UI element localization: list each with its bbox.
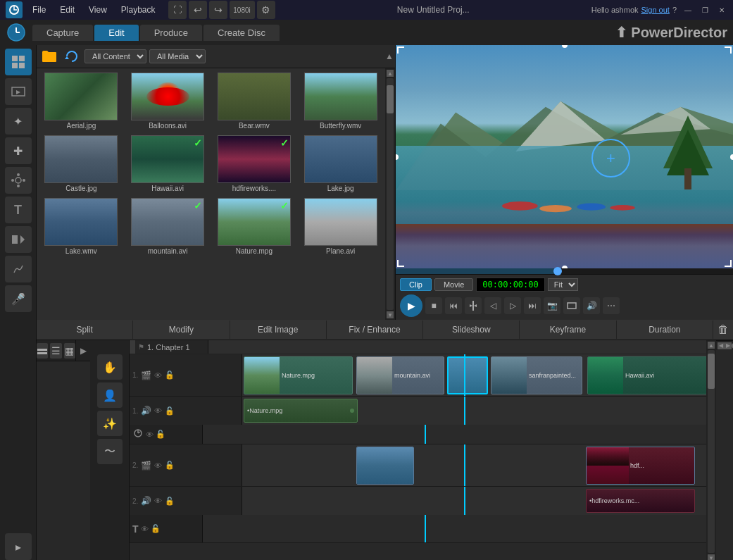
- tab-keyframe[interactable]: Keyframe: [520, 321, 616, 339]
- track-eye-1[interactable]: 👁: [154, 371, 162, 380]
- split-button[interactable]: [465, 297, 482, 314]
- more-button[interactable]: ⋯: [603, 297, 620, 314]
- horizontal-scrollbar[interactable]: ◀ ▶: [716, 340, 733, 350]
- sidebar-pip[interactable]: ✚: [5, 137, 32, 164]
- list-item[interactable]: ✓ Nature.mpg: [213, 197, 296, 256]
- menu-edit[interactable]: Edit: [56, 4, 79, 16]
- clip-hdfireworks[interactable]: hdf...: [586, 447, 695, 485]
- sidebar-effects[interactable]: ✦: [5, 108, 32, 135]
- tab-edit-image[interactable]: Edit Image: [230, 321, 327, 339]
- prev-frame-button[interactable]: ⏮: [445, 297, 462, 314]
- clip-mode-button[interactable]: Clip: [400, 278, 432, 291]
- volume-button[interactable]: 🔊: [583, 297, 600, 314]
- media-scroll-up[interactable]: ▲: [385, 51, 392, 61]
- tab-capture[interactable]: Capture: [32, 25, 93, 41]
- track-eye-audio-2[interactable]: 👁: [154, 497, 162, 505]
- toolbar-icon-2[interactable]: ↩: [189, 1, 207, 19]
- list-item[interactable]: Aerial.jpg: [39, 71, 123, 131]
- toolbar-icon-1[interactable]: ⛶: [168, 1, 187, 19]
- aspect-button[interactable]: [563, 297, 580, 314]
- next-frame-button[interactable]: ⏭: [524, 297, 541, 314]
- refresh-button[interactable]: [62, 48, 82, 65]
- tab-duration[interactable]: Duration: [617, 321, 713, 339]
- audio-tool-button[interactable]: 〜: [97, 439, 123, 464]
- toolbar-icon-3[interactable]: ↪: [209, 1, 227, 19]
- toolbar-settings[interactable]: ⚙: [257, 1, 275, 19]
- preview-playhead[interactable]: [553, 267, 562, 275]
- clip-audio-hdfireworks[interactable]: •hdfireworks.mc...: [586, 489, 695, 513]
- help-btn[interactable]: ?: [672, 6, 677, 14]
- timeline-mode-toggle[interactable]: ☰: [50, 343, 61, 359]
- v-scroll-thumb[interactable]: [708, 354, 715, 389]
- list-item[interactable]: ✓ mountain.avi: [126, 197, 210, 256]
- tab-fix-enhance[interactable]: Fix / Enhance: [327, 321, 423, 339]
- sidebar-voiceover[interactable]: 🎤: [5, 285, 32, 312]
- effect-eye[interactable]: 👁: [146, 430, 154, 439]
- sidebar-slideshow[interactable]: [5, 78, 32, 105]
- sidebar-title[interactable]: T: [5, 197, 32, 223]
- clip-sanfran[interactable]: sanfranpainted...: [491, 356, 582, 394]
- clip-audio-nature[interactable]: •Nature.mpg: [244, 399, 358, 423]
- clip-hawaii-avi[interactable]: Hawaii.avi: [587, 356, 706, 394]
- sidebar-expand[interactable]: ▸: [5, 533, 32, 560]
- track-lock-2[interactable]: 🔓: [165, 461, 175, 470]
- list-item[interactable]: Lake.wmv: [39, 197, 123, 256]
- delete-clip-button[interactable]: 🗑: [713, 320, 733, 340]
- track-lock-audio-2[interactable]: 🔓: [165, 497, 175, 506]
- toolbar-resolution[interactable]: 1080i: [230, 1, 255, 19]
- timeline-storyboard-toggle[interactable]: ▦: [64, 343, 75, 359]
- folder-button[interactable]: [39, 48, 59, 65]
- sign-out-link[interactable]: Sign out: [641, 6, 670, 14]
- list-item[interactable]: Balloons.avi: [126, 71, 210, 131]
- media-type-filter[interactable]: All Media: [149, 49, 206, 63]
- minimize-button[interactable]: —: [682, 4, 694, 15]
- list-item[interactable]: Bear.wmv: [213, 71, 296, 131]
- sidebar-media-library[interactable]: [5, 49, 32, 75]
- clip-selected[interactable]: [447, 356, 488, 394]
- sidebar-particles[interactable]: [5, 167, 32, 194]
- vertical-scrollbar[interactable]: ▲ ▼: [706, 340, 716, 560]
- magic-tool-button[interactable]: ✨: [97, 411, 123, 436]
- clip-mountain-avi[interactable]: mountain.avi: [356, 356, 444, 394]
- list-item[interactable]: Lake.jpg: [299, 134, 382, 194]
- list-item[interactable]: ✓ hdfireworks....: [213, 134, 296, 194]
- track-eye-audio-1[interactable]: 👁: [154, 406, 162, 415]
- snapshot-button[interactable]: 📷: [544, 297, 560, 314]
- tab-modify[interactable]: Modify: [133, 321, 230, 339]
- list-item[interactable]: Butterfly.wmv: [299, 71, 382, 131]
- tab-edit[interactable]: Edit: [94, 25, 138, 41]
- movie-mode-button[interactable]: Movie: [434, 278, 473, 291]
- tab-slideshow[interactable]: Slideshow: [423, 321, 520, 339]
- play-button[interactable]: ▶: [400, 294, 422, 317]
- menu-view[interactable]: View: [84, 4, 111, 16]
- preview-progress-bar[interactable]: [396, 268, 733, 274]
- menu-file[interactable]: File: [28, 4, 50, 16]
- stop-button[interactable]: ■: [425, 297, 442, 314]
- clip-nature-mpg[interactable]: Nature.mpg: [244, 356, 353, 394]
- prev-button[interactable]: ◁: [484, 297, 501, 314]
- tab-create-disc[interactable]: Create Disc: [203, 25, 280, 41]
- sidebar-transitions[interactable]: [5, 226, 32, 253]
- close-button[interactable]: ✕: [716, 4, 727, 15]
- clip-lake[interactable]: [356, 447, 414, 485]
- tab-produce[interactable]: Produce: [140, 25, 202, 41]
- effect-lock[interactable]: 🔓: [156, 430, 165, 439]
- title-lock[interactable]: 🔓: [151, 524, 161, 533]
- preview-handle-tr[interactable]: [725, 46, 732, 54]
- restore-button[interactable]: ❐: [699, 4, 710, 15]
- add-track-button[interactable]: [37, 343, 48, 359]
- title-eye[interactable]: 👁: [141, 525, 149, 533]
- zoom-select[interactable]: Fit: [548, 278, 578, 291]
- content-filter[interactable]: All Content: [84, 49, 146, 63]
- track-lock-audio-1[interactable]: 🔓: [165, 406, 175, 416]
- list-item[interactable]: ✓ Hawaii.avi: [126, 134, 210, 194]
- preview-edge-right[interactable]: [730, 154, 733, 160]
- list-item[interactable]: Plane.avi: [299, 197, 382, 256]
- preview-handle-br[interactable]: [725, 260, 732, 267]
- track-eye-2[interactable]: 👁: [154, 461, 162, 470]
- preview-handle-bl[interactable]: [397, 260, 404, 267]
- list-item[interactable]: Castle.jpg: [39, 134, 123, 194]
- preview-edge-top[interactable]: [562, 45, 568, 48]
- person-tool-button[interactable]: 👤: [97, 382, 123, 408]
- next-button[interactable]: ▷: [504, 297, 521, 314]
